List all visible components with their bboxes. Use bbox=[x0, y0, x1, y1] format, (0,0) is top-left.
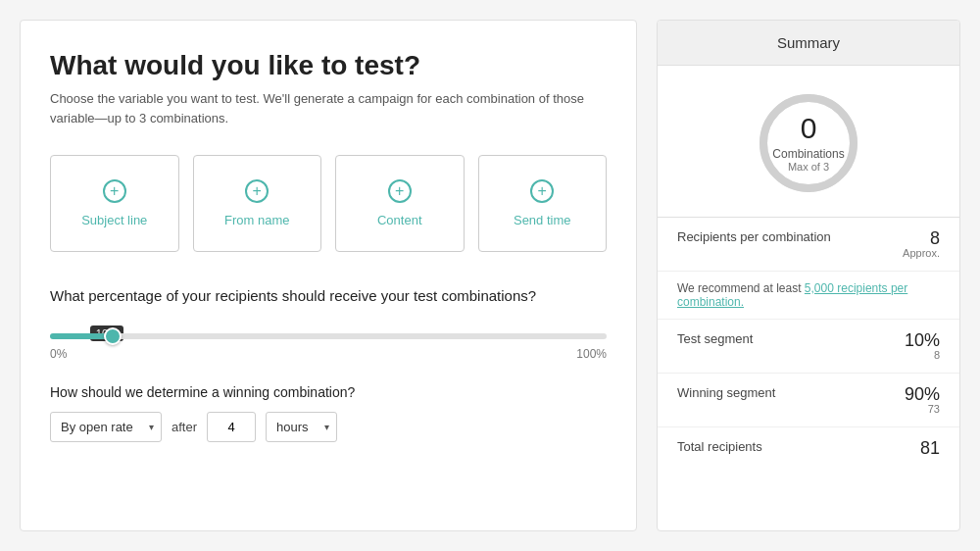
percentage-question: What percentage of your recipients shoul… bbox=[50, 287, 607, 304]
combinations-sublabel: Max of 3 bbox=[772, 161, 844, 173]
method-select[interactable]: By open rate By click rate Manually bbox=[50, 412, 162, 442]
recipients-per-combination-row: Recipients per combination 8 Approx. bbox=[658, 218, 959, 272]
combinations-count: 0 bbox=[772, 114, 844, 143]
content-label: Content bbox=[377, 213, 422, 227]
winning-controls: By open rate By click rate Manually ▾ af… bbox=[50, 412, 607, 442]
plus-icon-send-time: + bbox=[530, 179, 554, 203]
percentage-slider[interactable] bbox=[50, 333, 607, 339]
subject-line-label: Subject line bbox=[81, 213, 147, 227]
test-segment-sub: 8 bbox=[905, 349, 940, 361]
recipients-per-combination-sub: Approx. bbox=[903, 247, 940, 259]
combinations-label: Combinations bbox=[772, 147, 844, 161]
recipients-per-combination-label: Recipients per combination bbox=[677, 229, 831, 244]
plus-icon-from-name: + bbox=[245, 179, 269, 203]
circle-text: 0 Combinations Max of 3 bbox=[772, 114, 844, 173]
winning-segment-value: 90% bbox=[905, 385, 940, 403]
send-time-label: Send time bbox=[514, 213, 571, 227]
test-options-container: + Subject line + From name + Content + S… bbox=[50, 155, 607, 252]
test-segment-label: Test segment bbox=[677, 331, 753, 346]
total-recipients-value-block: 81 bbox=[920, 439, 940, 457]
test-segment-value: 10% bbox=[905, 331, 940, 349]
slider-container: 10% 0% 100% bbox=[50, 326, 607, 361]
test-segment-value-block: 10% 8 bbox=[905, 331, 940, 361]
test-option-from-name[interactable]: + From name bbox=[193, 155, 322, 252]
after-label: after bbox=[172, 420, 197, 434]
total-recipients-label: Total recipients bbox=[677, 439, 762, 454]
test-option-subject-line[interactable]: + Subject line bbox=[50, 155, 179, 252]
summary-rows: Recipients per combination 8 Approx. We … bbox=[658, 218, 959, 469]
combinations-circle: 0 Combinations Max of 3 bbox=[755, 89, 862, 197]
recipients-per-combination-value-block: 8 Approx. bbox=[903, 229, 940, 259]
slider-min-label: 0% bbox=[50, 347, 67, 361]
summary-header: Summary bbox=[658, 21, 959, 66]
page-subtitle: Choose the variable you want to test. We… bbox=[50, 89, 607, 127]
plus-icon-content: + bbox=[388, 179, 412, 203]
from-name-label: From name bbox=[224, 213, 289, 227]
winning-segment-sub: 73 bbox=[905, 403, 940, 415]
recommend-row: We recommend at least 5,000 recipients p… bbox=[658, 272, 959, 320]
summary-sidebar: Summary 0 Combinations Max of 3 Recipien… bbox=[657, 20, 960, 531]
total-recipients-row: Total recipients 81 bbox=[658, 427, 959, 469]
plus-icon-subject: + bbox=[103, 179, 126, 203]
recommend-text: We recommend at least bbox=[677, 281, 805, 295]
winning-question: How should we determine a winning combin… bbox=[50, 384, 607, 400]
slider-labels: 0% 100% bbox=[50, 347, 607, 361]
test-option-content[interactable]: + Content bbox=[335, 155, 465, 252]
total-recipients-value: 81 bbox=[920, 439, 940, 457]
summary-circle-section: 0 Combinations Max of 3 bbox=[658, 66, 959, 218]
time-select[interactable]: hours days bbox=[266, 412, 337, 442]
test-segment-row: Test segment 10% 8 bbox=[658, 320, 959, 374]
page-title: What would you like to test? bbox=[50, 50, 607, 81]
winning-segment-value-block: 90% 73 bbox=[905, 385, 940, 415]
recipients-per-combination-value: 8 bbox=[903, 229, 940, 247]
winning-segment-label: Winning segment bbox=[677, 385, 775, 400]
winning-section: How should we determine a winning combin… bbox=[50, 384, 607, 442]
main-content: What would you like to test? Choose the … bbox=[20, 20, 637, 531]
hours-input[interactable] bbox=[207, 412, 256, 442]
winning-segment-row: Winning segment 90% 73 bbox=[658, 374, 959, 427]
test-option-send-time[interactable]: + Send time bbox=[478, 155, 608, 252]
time-select-wrapper: hours days ▾ bbox=[266, 412, 337, 442]
slider-max-label: 100% bbox=[576, 347, 607, 361]
method-select-wrapper: By open rate By click rate Manually ▾ bbox=[50, 412, 162, 442]
slider-track-wrapper bbox=[50, 326, 607, 343]
